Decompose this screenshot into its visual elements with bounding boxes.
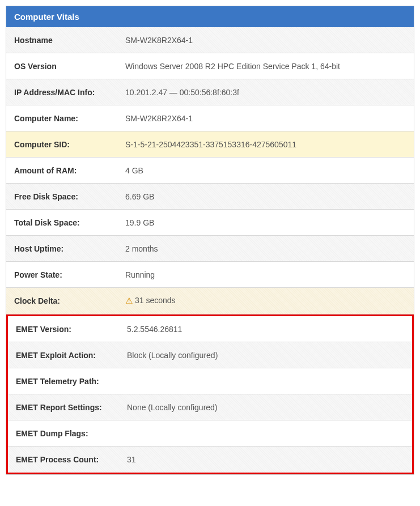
row-emet-report: EMET Report Settings: None (Locally conf… — [8, 394, 412, 420]
value-total-disk: 19.9 GB — [120, 210, 414, 235]
value-power: Running — [120, 262, 414, 287]
label-emet-dump: EMET Dump Flags: — [8, 421, 121, 446]
label-ram: Amount of RAM: — [6, 158, 120, 183]
label-ip-mac: IP Address/MAC Info: — [6, 80, 120, 105]
label-hostname: Hostname — [6, 28, 120, 53]
row-total-disk: Total Disk Space: 19.9 GB — [6, 210, 414, 236]
panel-title: Computer Vitals — [6, 6, 414, 27]
label-emet-report: EMET Report Settings: — [8, 395, 121, 420]
label-computer-name: Computer Name: — [6, 106, 120, 131]
value-free-disk: 6.69 GB — [120, 184, 414, 209]
row-emet-exploit: EMET Exploit Action: Block (Locally conf… — [8, 342, 412, 368]
value-emet-telemetry — [121, 373, 412, 389]
label-power: Power State: — [6, 262, 120, 287]
value-ip-mac: 10.201.2.47 — 00:50:56:8f:60:3f — [120, 80, 414, 105]
row-ip-mac: IP Address/MAC Info: 10.201.2.47 — 00:50… — [6, 79, 414, 105]
value-emet-exploit: Block (Locally configured) — [121, 343, 412, 368]
value-emet-dump — [121, 426, 412, 441]
label-free-disk: Free Disk Space: — [6, 184, 120, 209]
value-emet-version: 5.2.5546.26811 — [121, 317, 412, 342]
row-power: Power State: Running — [6, 262, 414, 288]
row-computer-name: Computer Name: SM-W2K8R2X64-1 — [6, 105, 414, 131]
value-emet-process: 31 — [121, 447, 412, 472]
row-emet-process: EMET Process Count: 31 — [8, 447, 412, 473]
label-uptime: Host Uptime: — [6, 236, 120, 261]
computer-vitals-panel: Computer Vitals Hostname SM-W2K8R2X64-1 … — [6, 6, 414, 475]
row-free-disk: Free Disk Space: 6.69 GB — [6, 184, 414, 210]
row-hostname: Hostname SM-W2K8R2X64-1 — [6, 27, 414, 53]
emet-highlight-box: EMET Version: 5.2.5546.26811 EMET Exploi… — [6, 314, 414, 474]
value-computer-sid: S-1-5-21-2504423351-3375153316-427560501… — [120, 132, 414, 157]
row-computer-sid: Computer SID: S-1-5-21-2504423351-337515… — [6, 131, 414, 158]
label-computer-sid: Computer SID: — [6, 132, 120, 157]
row-os-version: OS Version Windows Server 2008 R2 HPC Ed… — [6, 53, 414, 79]
label-emet-exploit: EMET Exploit Action: — [8, 343, 121, 368]
value-uptime: 2 months — [120, 236, 414, 261]
label-os-version: OS Version — [6, 54, 120, 79]
value-os-version: Windows Server 2008 R2 HPC Edition Servi… — [120, 54, 414, 79]
label-emet-process: EMET Process Count: — [8, 447, 121, 472]
row-uptime: Host Uptime: 2 months — [6, 236, 414, 262]
row-emet-dump: EMET Dump Flags: — [8, 420, 412, 447]
label-clock-delta: Clock Delta: — [6, 288, 120, 313]
value-computer-name: SM-W2K8R2X64-1 — [120, 106, 414, 131]
row-clock-delta: Clock Delta: ⚠31 seconds — [6, 288, 414, 314]
row-emet-telemetry: EMET Telemetry Path: — [8, 368, 412, 394]
value-clock-delta: ⚠31 seconds — [120, 288, 414, 314]
row-ram: Amount of RAM: 4 GB — [6, 158, 414, 184]
label-emet-telemetry: EMET Telemetry Path: — [8, 369, 121, 394]
label-emet-version: EMET Version: — [8, 317, 121, 342]
value-emet-report: None (Locally configured) — [121, 395, 412, 420]
value-ram: 4 GB — [120, 158, 414, 183]
value-hostname: SM-W2K8R2X64-1 — [120, 28, 414, 53]
clock-delta-text: 31 seconds — [135, 296, 176, 305]
label-total-disk: Total Disk Space: — [6, 210, 120, 235]
warning-icon: ⚠ — [125, 296, 133, 306]
row-emet-version: EMET Version: 5.2.5546.26811 — [8, 316, 412, 342]
